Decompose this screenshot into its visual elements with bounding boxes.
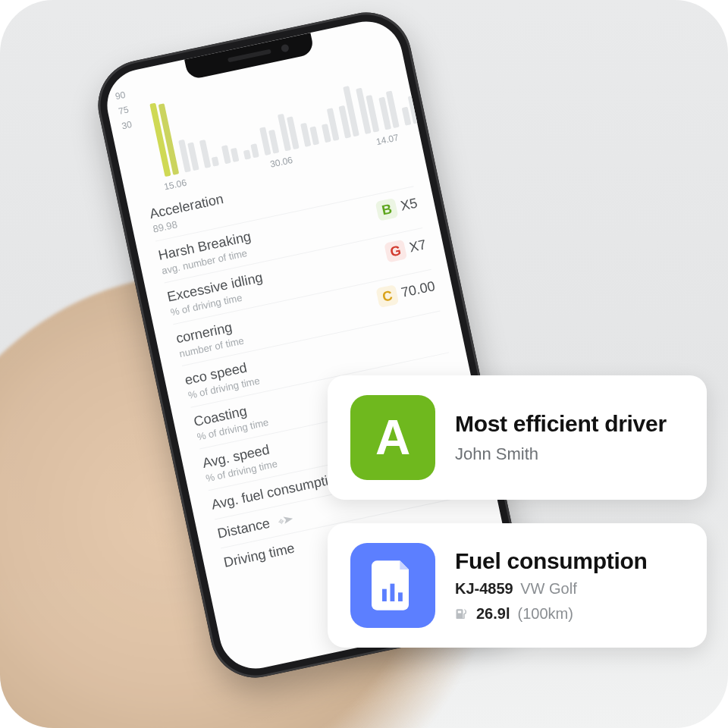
grade-badge: G: [384, 240, 407, 263]
grade-letter: A: [375, 410, 410, 466]
fuel-line: 26.9l (100km): [455, 605, 648, 623]
y-tick: 30: [121, 119, 133, 131]
bar-series-a: [221, 145, 231, 165]
bar-group[interactable]: [378, 91, 400, 130]
bar-group[interactable]: [199, 138, 219, 168]
bar-group[interactable]: [413, 60, 439, 122]
bar-group[interactable]: [259, 125, 279, 155]
card-title: Fuel consumption: [455, 548, 648, 574]
report-icon-badge: [350, 543, 435, 628]
bar-series-b: [250, 143, 259, 158]
metric-value: C70.00: [375, 277, 437, 308]
svg-rect-1: [391, 584, 395, 601]
bar-series-a: [199, 140, 211, 168]
x-tick: 15.06: [163, 177, 187, 193]
bar-series-b: [309, 126, 319, 146]
bar-group[interactable]: [318, 108, 339, 143]
grade-A-badge: A: [350, 395, 435, 480]
fuel-pump-icon: [455, 607, 469, 621]
fuel-per: (100km): [517, 605, 573, 623]
vehicle-line: KJ-4859 VW Golf: [455, 580, 648, 598]
card-fuel-consumption[interactable]: Fuel consumption KJ-4859 VW Golf 26.9l (…: [328, 523, 707, 648]
bar-group[interactable]: [356, 86, 379, 134]
location-icon: ⌖➤: [277, 513, 295, 528]
bar-group[interactable]: [242, 143, 259, 160]
x-tick: 30.06: [269, 155, 293, 170]
bar-group[interactable]: [400, 96, 419, 126]
bar-series-a: [243, 149, 251, 160]
metric-value: BX5: [375, 193, 419, 221]
grade-badge: C: [375, 284, 399, 308]
bar-group[interactable]: [300, 121, 319, 147]
card-most-efficient-driver[interactable]: A Most efficient driver John Smith: [328, 375, 707, 500]
report-document-icon: [372, 560, 414, 610]
y-tick: 90: [115, 89, 127, 102]
bar-series-a: [300, 123, 311, 147]
bar-group[interactable]: [149, 102, 179, 177]
scene: 90 75 30 15.06 30.06 14.07 Acceleration …: [0, 0, 728, 728]
chart-y-axis: 90 75 30: [115, 89, 133, 132]
y-tick: 75: [118, 104, 130, 116]
metrics-list: Acceleration 89.98 Harsh Breaking avg. n…: [148, 152, 485, 576]
bar-series-b: [212, 156, 219, 167]
x-tick: 14.07: [375, 132, 400, 147]
metric-value: GX7: [384, 235, 428, 263]
bar-series-b: [421, 60, 439, 120]
bar-group[interactable]: [221, 143, 240, 164]
bar-group[interactable]: [178, 138, 199, 173]
card-body: Most efficient driver John Smith: [455, 411, 667, 464]
card-body: Fuel consumption KJ-4859 VW Golf 26.9l (…: [455, 548, 648, 623]
vehicle-model: VW Golf: [520, 580, 576, 597]
svg-rect-0: [382, 589, 387, 601]
grade-badge: B: [375, 198, 399, 221]
bar-series-b: [231, 147, 240, 162]
bar-series-a: [415, 71, 431, 121]
svg-rect-2: [398, 592, 403, 601]
bar-group[interactable]: [278, 112, 300, 152]
bar-group[interactable]: [334, 86, 359, 139]
fuel-amount: 26.9l: [476, 605, 510, 623]
plate: KJ-4859: [455, 580, 513, 597]
driver-name: John Smith: [455, 444, 667, 464]
card-title: Most efficient driver: [455, 411, 667, 437]
